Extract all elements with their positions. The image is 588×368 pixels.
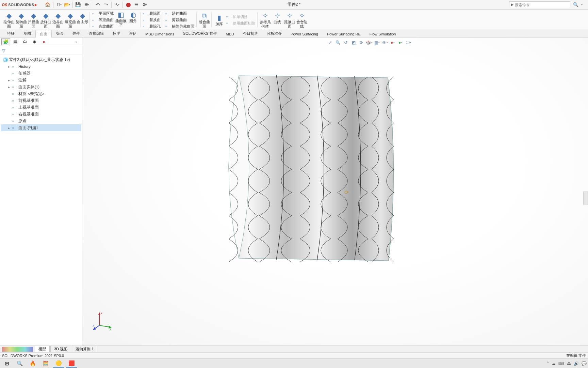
rg4-0[interactable]: ▫延伸曲面 [164, 11, 195, 17]
cmdtab-草图[interactable]: 草图 [19, 30, 35, 37]
tray-notify-icon[interactable]: 💬 [582, 361, 587, 366]
ref-cmd-1[interactable]: ✧曲线 [271, 12, 283, 28]
surface-cmd-2[interactable]: ◆扫描曲 面 [27, 12, 39, 28]
cmdtab-标注[interactable]: 标注 [108, 30, 125, 37]
tray-up-icon[interactable]: ˄ [547, 361, 549, 366]
command-search[interactable]: ▶ [509, 1, 570, 8]
tree-item-5[interactable]: ▫前视基准面 [1, 97, 81, 104]
tree-item-3[interactable]: ▸▫曲面实体(1) [1, 83, 81, 90]
graphics-viewport[interactable]: ⤢ 🔍 ↺ ◩ ⟳ 🎲▾ ▦▾ 👁▾ ●▾ ●▾ 🖵▾ [82, 37, 588, 346]
tree-item-1[interactable]: ▫传感器 [1, 70, 81, 77]
surface-cmd-4[interactable]: ◆边界曲 面 [52, 12, 64, 28]
taskbar-app-paint[interactable]: 🔥 [27, 359, 38, 368]
new-button[interactable]: 🗋▾ [55, 1, 63, 9]
tree-item-0[interactable]: ▸▫History [1, 63, 81, 70]
taskbar-app-calc[interactable]: 🧮 [40, 359, 51, 368]
config-tab[interactable]: 🗂 [20, 39, 29, 45]
model-tab-2[interactable]: 运动算例 1 [72, 346, 97, 352]
open-button[interactable]: 📂▾ [63, 1, 71, 9]
rebuild-button[interactable]: ⬤ [125, 1, 132, 9]
ref-cmd-0[interactable]: ✧参考几 何体 [259, 12, 271, 28]
logo-dropdown-icon[interactable]: ▶ [35, 3, 37, 6]
thicken-button[interactable]: ▮加厚 [213, 14, 225, 26]
cmdtab-SOLIDWORKS 插件[interactable]: SOLIDWORKS 插件 [179, 30, 222, 37]
tray-cloud-icon[interactable]: ☁ [552, 361, 556, 366]
appearance-button[interactable]: ●▾ [389, 40, 396, 46]
viewport-scrollbar[interactable] [583, 191, 588, 205]
taskbar-search[interactable]: 🔍 [14, 359, 25, 368]
dynamic-view-button[interactable]: ⟳ [358, 40, 365, 46]
model-tab-0[interactable]: 模型 [35, 346, 50, 352]
redo-button[interactable]: ↷▾ [102, 1, 110, 9]
rg2rows-0[interactable]: ▫平面区域 [91, 11, 115, 17]
surface-cmd-1[interactable]: ◆旋转曲 面 [15, 12, 27, 28]
tree-item-6[interactable]: ▫上视基准面 [1, 104, 81, 111]
cmdtab-Power Surfacing RE[interactable]: Power Surfacing RE [323, 31, 365, 37]
cmdtab-焊件[interactable]: 焊件 [68, 30, 84, 37]
display-style-button[interactable]: ▦▾ [374, 40, 380, 46]
feature-tree-tab[interactable]: 🧩 [1, 39, 10, 45]
surface-cmd-3[interactable]: ◆放样曲 面 [39, 12, 52, 28]
tree-root[interactable]: 🧊 零件2 (默认<<默认>_显示状态 1>) [1, 56, 81, 63]
tray-ime-icon[interactable]: ⌨ [558, 361, 564, 366]
prev-view-button[interactable]: ↺ [342, 40, 349, 46]
dim-tab[interactable]: ⊕ [30, 39, 39, 45]
select-button[interactable]: ↖▾ [113, 1, 121, 9]
settings-button[interactable]: ⚙▾ [141, 1, 148, 9]
start-button[interactable]: ⊞ [1, 359, 12, 368]
cmdtab-MBD[interactable]: MBD [222, 31, 239, 37]
rg3-2[interactable]: ▫删除孔 [142, 24, 162, 30]
cmdtab-直接编辑[interactable]: 直接编辑 [84, 30, 108, 37]
cmdtab-分析准备[interactable]: 分析准备 [262, 30, 286, 37]
flatten-surface-button[interactable]: ◧曲面展 平 [115, 11, 127, 30]
scene-button[interactable]: ●▾ [397, 40, 404, 46]
appearance-tab[interactable]: ● [39, 39, 48, 45]
save-button[interactable]: 💾▾ [75, 1, 82, 9]
cmdtab-特征[interactable]: 特征 [3, 30, 19, 37]
hide-show-button[interactable]: 👁▾ [381, 40, 388, 46]
cmdtab-钣金[interactable]: 钣金 [52, 30, 68, 37]
property-tab[interactable]: ▤ [11, 39, 20, 45]
section-view-button[interactable]: ◩ [350, 40, 357, 46]
search-dropdown[interactable]: ▾ [578, 1, 586, 9]
tree-item-4[interactable]: ▫材质 <未指定> [1, 90, 81, 97]
surface-cmd-5[interactable]: ◆填充曲 面 [64, 12, 76, 28]
view-settings-button[interactable]: 🖵▾ [405, 40, 412, 46]
tree-item-2[interactable]: ▸▫注解 [1, 77, 81, 83]
rg2rows-1[interactable]: ▫等距曲面 [91, 17, 115, 23]
surface-cmd-6[interactable]: ◆自由形 [76, 12, 88, 28]
filter-icon[interactable]: ▽ [2, 48, 5, 53]
search-icon[interactable]: 🔍 [573, 2, 578, 7]
cmdtab-评估[interactable]: 评估 [125, 30, 141, 37]
rg3-1[interactable]: ▫替换面 [142, 17, 162, 23]
ref-cmd-2[interactable]: ✧延展曲 面 [283, 12, 296, 28]
view-orient-button[interactable]: 🎲▾ [366, 40, 373, 46]
tray-network-icon[interactable]: 🖧 [567, 361, 571, 366]
home-button[interactable]: 🏠 [44, 1, 51, 9]
taskbar-app-solidworks[interactable]: 🟥 [66, 359, 77, 368]
cmdtab-Power Surfacing[interactable]: Power Surfacing [286, 31, 323, 37]
options-list-button[interactable]: ☰ [133, 1, 140, 9]
tree-item-8[interactable]: ▫原点 [1, 118, 81, 124]
print-button[interactable]: 🖶▾ [83, 1, 90, 9]
knit-surface-button[interactable]: ⧉缝合曲 面 [198, 12, 210, 28]
rg4-2[interactable]: ▫解除剪裁曲面 [164, 24, 195, 30]
cmdtab-曲面[interactable]: 曲面 [35, 30, 52, 37]
surface-cmd-0[interactable]: ◆拉伸曲 面 [3, 12, 15, 28]
cmdtab-今日制造[interactable]: 今日制造 [239, 30, 262, 37]
model-tab-1[interactable]: 3D 视图 [50, 346, 71, 352]
taskbar-app-browser[interactable]: 🟡 [53, 359, 64, 368]
cmdtab-MBD Dimensions[interactable]: MBD Dimensions [141, 31, 179, 37]
tree-item-9[interactable]: ▸▫曲面-扫描1 [1, 124, 81, 131]
orientation-triad[interactable]: x y z [93, 310, 113, 332]
rg2rows-2[interactable]: ▫直纹曲面 [91, 24, 115, 30]
zoom-fit-button[interactable]: ⤢ [327, 40, 333, 46]
cmdtab-Flow Simulation[interactable]: Flow Simulation [365, 31, 401, 37]
ref-cmd-3[interactable]: ✧合合边 线 [296, 12, 308, 28]
tree-item-7[interactable]: ▫右视基准面 [1, 111, 81, 118]
zoom-area-button[interactable]: 🔍 [334, 40, 341, 46]
panel-expand[interactable]: › [72, 39, 81, 45]
rg4-1[interactable]: ▫剪裁曲面 [164, 17, 195, 23]
undo-button[interactable]: ↶▾ [94, 1, 101, 9]
rg3-0[interactable]: ▫删除面 [142, 11, 162, 17]
